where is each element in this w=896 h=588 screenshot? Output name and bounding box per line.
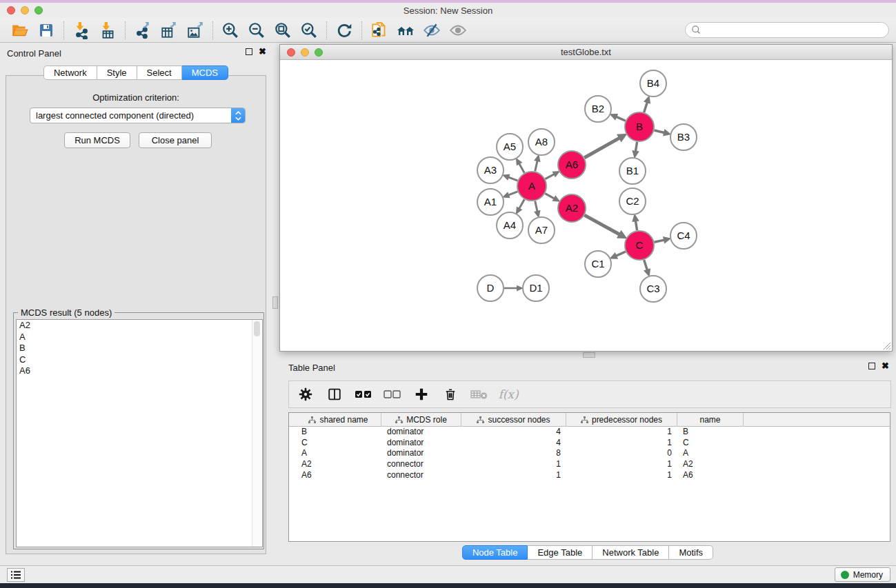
eye-slash-icon[interactable] bbox=[419, 20, 445, 41]
tab-node-table[interactable]: Node Table bbox=[462, 545, 528, 560]
column-header-successor-nodes[interactable]: successor nodes bbox=[461, 413, 566, 427]
table-toolbar: f(x) bbox=[288, 381, 891, 408]
search-field[interactable] bbox=[685, 22, 889, 38]
delete-table-icon[interactable] bbox=[470, 385, 489, 403]
graph-node-D1[interactable]: D1 bbox=[523, 275, 549, 301]
graph-node-C4[interactable]: C4 bbox=[670, 223, 697, 249]
graph-node-A2[interactable]: A2 bbox=[558, 194, 586, 222]
graph-node-C2[interactable]: C2 bbox=[619, 188, 646, 214]
cell-name: A2 bbox=[677, 459, 744, 470]
plus-icon[interactable] bbox=[412, 385, 431, 403]
result-list-item[interactable]: B bbox=[17, 343, 262, 354]
tab-network-table[interactable]: Network Table bbox=[593, 545, 669, 560]
zoom-selected-icon[interactable] bbox=[296, 20, 322, 41]
graph-node-B3[interactable]: B3 bbox=[670, 124, 697, 150]
table-panel-title: Table Panel bbox=[288, 363, 335, 373]
graph-node-D[interactable]: D bbox=[477, 275, 504, 301]
graph-node-A8[interactable]: A8 bbox=[528, 129, 555, 155]
close-panel-button[interactable]: Close panel bbox=[139, 132, 212, 148]
trash-icon[interactable] bbox=[441, 385, 460, 403]
toolbar-separator bbox=[63, 21, 64, 39]
network-file-icon[interactable] bbox=[366, 20, 392, 41]
run-mcds-button[interactable]: Run MCDS bbox=[64, 132, 130, 148]
main-toolbar bbox=[0, 18, 896, 43]
tab-motifs[interactable]: Motifs bbox=[669, 545, 713, 560]
column-header-shared-name[interactable]: shared name bbox=[296, 413, 381, 427]
graph-node-B2[interactable]: B2 bbox=[585, 96, 611, 122]
unchecked-boxes-icon[interactable] bbox=[383, 385, 402, 403]
graph-node-A4[interactable]: A4 bbox=[497, 212, 523, 239]
table-row[interactable]: Bdominator41B bbox=[296, 427, 890, 438]
gear-icon[interactable] bbox=[296, 385, 315, 403]
result-list-item[interactable]: A2 bbox=[17, 320, 262, 332]
mcds-result-list: A2ABCA6 bbox=[16, 319, 263, 547]
zoom-fit-icon[interactable] bbox=[270, 20, 296, 41]
cell-predecessor-nodes: 1 bbox=[566, 470, 677, 481]
cell-mcds-role: dominator bbox=[381, 438, 461, 449]
open-folder-icon[interactable] bbox=[7, 20, 33, 41]
columns-icon[interactable] bbox=[325, 385, 344, 403]
tab-mcds[interactable]: MCDS bbox=[182, 65, 228, 80]
graph-node-B[interactable]: B bbox=[625, 112, 654, 141]
column-header-predecessor-nodes[interactable]: predecessor nodes bbox=[566, 413, 677, 427]
tab-style[interactable]: Style bbox=[97, 65, 137, 80]
homes-icon[interactable] bbox=[392, 20, 419, 41]
column-label: MCDS role bbox=[406, 415, 447, 425]
vertical-divider-handle[interactable] bbox=[272, 296, 278, 309]
result-list-item[interactable]: A bbox=[17, 332, 262, 343]
graph-node-A6[interactable]: A6 bbox=[558, 151, 586, 179]
graph-node-A1[interactable]: A1 bbox=[477, 189, 504, 215]
export-image-icon[interactable] bbox=[182, 20, 208, 41]
graph-node-B4[interactable]: B4 bbox=[640, 70, 666, 97]
table-row[interactable]: Adominator80A bbox=[296, 448, 890, 459]
network-window-titlebar[interactable]: testGlobe.txt bbox=[280, 45, 892, 60]
edge-B-B4 bbox=[644, 101, 648, 112]
refresh-layout-icon[interactable] bbox=[331, 20, 357, 41]
table-row[interactable]: Cdominator41C bbox=[296, 438, 890, 449]
export-table-icon[interactable] bbox=[156, 20, 182, 41]
zoom-out-icon[interactable] bbox=[243, 20, 270, 41]
resize-grip-icon[interactable] bbox=[882, 341, 891, 350]
task-history-button[interactable] bbox=[7, 568, 25, 582]
table-row[interactable]: A2connector11A2 bbox=[296, 459, 890, 470]
criterion-dropdown[interactable]: largest connected component (directed) bbox=[30, 108, 246, 123]
tab-network[interactable]: Network bbox=[43, 65, 97, 80]
search-input[interactable] bbox=[705, 25, 883, 35]
horizontal-divider-handle[interactable] bbox=[583, 352, 595, 358]
graph-node-A[interactable]: A bbox=[517, 172, 546, 201]
network-canvas[interactable]: B4B2BB3A5A8A6B1A3AC2A1A2A4A7C4CC1C3DD1 bbox=[280, 60, 892, 351]
function-icon[interactable]: f(x) bbox=[499, 385, 518, 403]
result-list-item[interactable]: C bbox=[17, 354, 262, 366]
table-row[interactable]: A6connector11A6 bbox=[296, 470, 890, 481]
memory-label: Memory bbox=[853, 570, 883, 580]
result-list-item[interactable]: A6 bbox=[17, 365, 262, 377]
checked-boxes-icon[interactable] bbox=[354, 385, 373, 403]
edge-B-B2 bbox=[615, 116, 625, 121]
eye-icon[interactable] bbox=[445, 20, 471, 41]
close-panel-icon[interactable]: ✖ bbox=[882, 363, 889, 369]
import-network-icon[interactable] bbox=[68, 20, 94, 41]
graph-node-A7[interactable]: A7 bbox=[528, 217, 555, 243]
graph-node-B1[interactable]: B1 bbox=[619, 158, 646, 184]
memory-button[interactable]: Memory bbox=[835, 567, 890, 582]
close-panel-icon[interactable]: ✖ bbox=[259, 48, 266, 55]
graph-node-C3[interactable]: C3 bbox=[640, 276, 666, 302]
result-scrollbar[interactable] bbox=[252, 320, 261, 547]
graph-node-C1[interactable]: C1 bbox=[585, 251, 611, 277]
zoom-in-icon[interactable] bbox=[217, 20, 243, 41]
tab-edge-table[interactable]: Edge Table bbox=[528, 545, 593, 560]
float-panel-icon[interactable] bbox=[868, 363, 875, 369]
graph-node-A5[interactable]: A5 bbox=[497, 134, 523, 160]
export-network-icon[interactable] bbox=[130, 20, 156, 41]
column-header-mcds-role[interactable]: MCDS role bbox=[381, 413, 461, 427]
graph-node-C[interactable]: C bbox=[625, 231, 654, 260]
cell-successor-nodes: 1 bbox=[461, 459, 566, 470]
graph-node-A3[interactable]: A3 bbox=[477, 157, 504, 183]
float-panel-icon[interactable] bbox=[246, 48, 252, 55]
import-table-icon[interactable] bbox=[94, 20, 121, 41]
column-header-name[interactable]: name bbox=[677, 413, 744, 427]
tab-select[interactable]: Select bbox=[137, 65, 182, 80]
column-label: predecessor nodes bbox=[592, 415, 662, 425]
cell-predecessor-nodes: 1 bbox=[566, 459, 677, 470]
save-icon[interactable] bbox=[33, 20, 59, 41]
